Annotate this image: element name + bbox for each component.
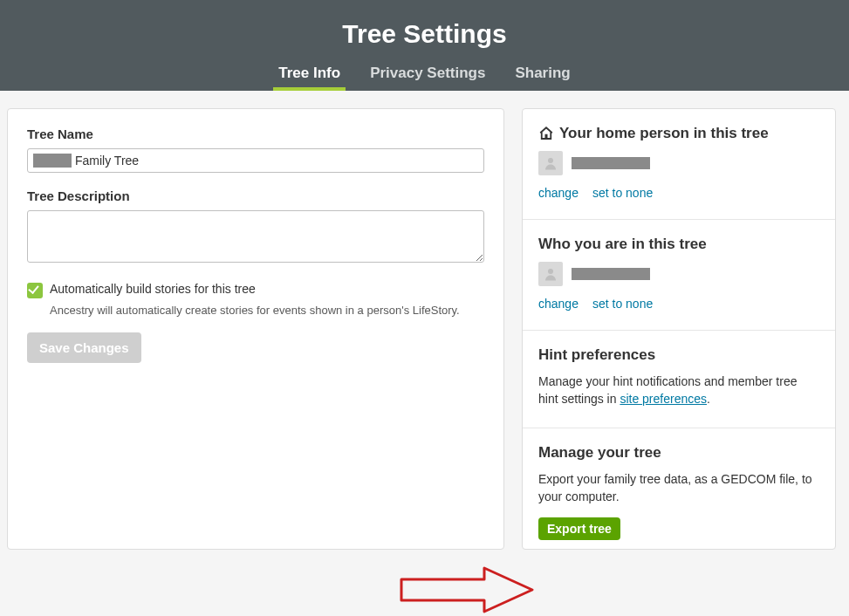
tree-desc-label: Tree Description: [27, 188, 484, 203]
auto-stories-label: Automatically build stories for this tre…: [50, 282, 256, 296]
svg-point-1: [548, 158, 553, 163]
save-changes-button[interactable]: Save Changes: [27, 332, 141, 363]
tab-privacy-settings[interactable]: Privacy Settings: [365, 65, 490, 91]
auto-stories-desc: Ancestry will automatically create stori…: [50, 304, 484, 317]
hint-prefs-title: Hint preferences: [538, 346, 655, 364]
tab-sharing[interactable]: Sharing: [510, 65, 575, 91]
tree-info-form: Tree Name Family Tree Tree Description A…: [7, 108, 504, 550]
site-preferences-link[interactable]: site preferences: [620, 392, 707, 406]
tree-name-label: Tree Name: [27, 127, 484, 141]
tab-tree-info[interactable]: Tree Info: [273, 65, 346, 91]
auto-stories-checkbox[interactable]: [27, 283, 43, 298]
avatar-icon: [538, 262, 563, 286]
tree-name-value: Family Tree: [75, 154, 139, 168]
svg-point-2: [548, 269, 553, 274]
home-icon: [538, 126, 554, 141]
redacted-person-name: [572, 157, 650, 169]
tree-desc-input[interactable]: [27, 210, 484, 263]
svg-rect-0: [545, 134, 548, 139]
who-you-are-section: Who you are in this tree change set to n…: [523, 220, 835, 331]
export-tree-button[interactable]: Export tree: [538, 517, 620, 540]
page-header: Tree Settings Tree Info Privacy Settings…: [0, 0, 849, 91]
avatar-icon: [538, 151, 563, 175]
redacted-person-name: [572, 268, 650, 280]
who-you-are-change-link[interactable]: change: [538, 297, 579, 311]
manage-tree-title: Manage your tree: [538, 444, 661, 462]
home-person-set-none-link[interactable]: set to none: [592, 186, 653, 200]
who-you-are-title: Who you are in this tree: [538, 236, 707, 253]
hint-preferences-section: Hint preferences Manage your hint notifi…: [523, 331, 835, 428]
hint-prefs-desc-suffix: .: [707, 392, 710, 406]
manage-tree-section: Manage your tree Export your family tree…: [523, 428, 835, 550]
redacted-text: [33, 154, 72, 168]
home-person-change-link[interactable]: change: [538, 186, 579, 200]
tabs: Tree Info Privacy Settings Sharing: [0, 65, 849, 91]
home-person-section: Your home person in this tree change set…: [523, 109, 835, 220]
manage-tree-desc: Export your family tree data, as a GEDCO…: [538, 470, 819, 506]
home-person-title: Your home person in this tree: [559, 125, 769, 142]
annotation-arrow-icon: [397, 564, 537, 616]
side-panel: Your home person in this tree change set…: [522, 108, 836, 550]
who-you-are-set-none-link[interactable]: set to none: [592, 297, 653, 311]
tree-name-input[interactable]: Family Tree: [27, 148, 484, 173]
page-title: Tree Settings: [0, 19, 849, 49]
